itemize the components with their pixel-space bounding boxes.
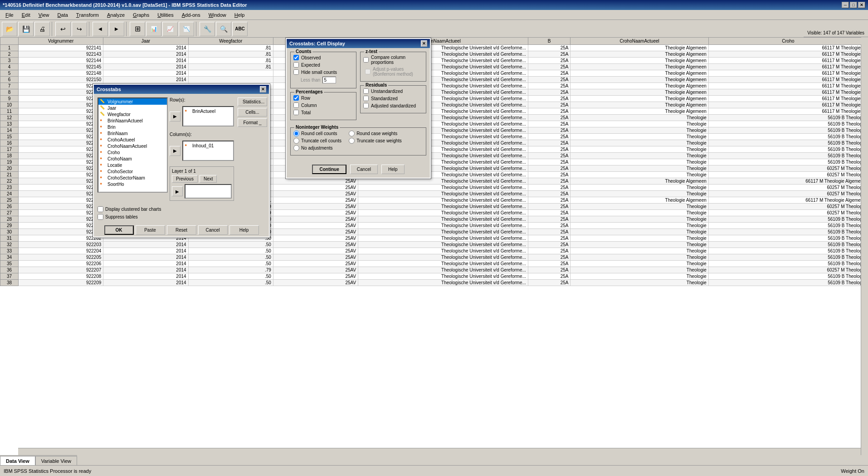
column-checkbox[interactable]	[293, 102, 299, 108]
var-label-brinnaam: BrinNaamActueel	[107, 118, 143, 123]
row-item: ● BrinActueel	[184, 108, 232, 114]
help-button-crosstabs[interactable]: Help	[229, 225, 259, 235]
round-case-radio[interactable]	[349, 131, 355, 136]
cell-display-title-bar[interactable]: Crosstabs: Cell Display ✕	[287, 39, 430, 48]
reset-button[interactable]: Reset	[167, 225, 196, 235]
crosstabs-bottom-buttons: OK Paste Reset Cancel Help	[94, 223, 269, 237]
display-options: Display clustered bar charts Suppress ta…	[94, 204, 269, 223]
col-item: ● Inhoud_01	[184, 142, 232, 149]
cancel-button-cell[interactable]: Cancel	[350, 165, 378, 174]
nominal-icon-brinnam: ●	[100, 131, 106, 136]
cell-display-title: Crosstabs: Cell Display	[289, 41, 345, 46]
truncate-case-radio[interactable]	[349, 138, 355, 144]
row-label: Row	[301, 96, 310, 101]
var-label-crohovar: Croho	[107, 150, 120, 155]
paste-button[interactable]: Paste	[136, 225, 165, 235]
var-label-brin: Brin	[107, 125, 116, 130]
compare-col-label: Compare column proportions	[371, 55, 423, 65]
crosstabs-side-buttons: Statistics... Cells... Format _	[236, 94, 269, 204]
var-item-crohonaam[interactable]: ● CrohoNaam	[98, 155, 167, 162]
rows-label: Row(s):	[170, 97, 234, 102]
statistics-button[interactable]: Statistics...	[238, 97, 267, 106]
next-button[interactable]: Next	[200, 175, 217, 183]
var-label-crohonaamactueel: CrohoNaamActueel	[107, 144, 147, 149]
layer-target-box[interactable]	[185, 184, 232, 199]
previous-button[interactable]: Previous	[172, 175, 198, 183]
unstandardized-checkbox[interactable]	[363, 88, 369, 94]
var-item-brinnaam[interactable]: ● BrinNaam	[98, 130, 167, 136]
var-item-crohosector[interactable]: ● CrohoSector	[98, 168, 167, 175]
noninteger-section: Noninteger Weights Round cell counts Tru…	[290, 127, 426, 155]
residuals-section: Residuals Unstandardized Standardized Ad…	[360, 85, 426, 113]
var-item-locatie[interactable]: ● Locatie	[98, 162, 167, 168]
var-item-volgnummer[interactable]: 📏 Volgnummer	[98, 98, 167, 105]
crosstabs-close-button[interactable]: ✕	[260, 86, 266, 92]
total-label: Total	[301, 110, 311, 115]
format-button[interactable]: Format _	[238, 118, 267, 127]
cell-display-dialog: Crosstabs: Cell Display ✕ Counts Observe…	[286, 38, 431, 179]
display-clustered-label: Display clustered bar charts	[105, 207, 161, 212]
columns-label: Column(s):	[170, 132, 234, 137]
expected-checkbox[interactable]	[293, 62, 299, 68]
percentages-section: Percentages Row Column Total	[290, 92, 356, 120]
standardized-label: Standardized	[371, 96, 398, 101]
var-item-crohosectornaam[interactable]: ● CrohoSectorNaam	[98, 175, 167, 181]
var-item-crohonaamactueel[interactable]: ● CrohoNaamActueel	[98, 143, 167, 149]
standardized-checkbox[interactable]	[363, 96, 369, 101]
var-item-crohovar[interactable]: ● Croho	[98, 149, 167, 155]
residuals-title: Residuals	[364, 83, 388, 87]
row-checkbox[interactable]	[293, 95, 299, 101]
move-to-layer-button[interactable]: ▶	[172, 186, 183, 196]
less-than-label: Less than	[301, 78, 320, 83]
compare-col-checkbox[interactable]	[363, 57, 369, 63]
layer-label: Layer 1 of 1	[172, 169, 232, 174]
adjust-pval-checkbox[interactable]	[365, 69, 371, 74]
cells-button[interactable]: Cells...	[238, 108, 267, 117]
nominal-icon-crohosectornaam: ●	[100, 175, 106, 180]
adjusted-std-checkbox[interactable]	[363, 103, 369, 108]
var-item-crohoactueel[interactable]: ● CrohoActueel	[98, 136, 167, 143]
truncate-cell-radio[interactable]	[293, 138, 299, 144]
help-button-cell[interactable]: Help	[381, 165, 405, 174]
truncate-cell-label: Truncate cell counts	[301, 138, 341, 143]
nominal-icon-crohonaam2: ●	[100, 156, 106, 161]
suppress-tables-checkbox[interactable]	[98, 214, 103, 220]
nominal-icon-crohosector: ●	[100, 169, 106, 174]
variable-list[interactable]: 📏 Volgnummer 📏 Jaar 📏 Weegfactor ● BrinN…	[98, 97, 168, 193]
nominal-icon-brinnaam: ●	[100, 118, 106, 123]
ztest-section: z-test Compare column proportions Adjust…	[360, 52, 426, 82]
cancel-button-crosstabs[interactable]: Cancel	[198, 225, 228, 235]
move-to-rows-button[interactable]: ▶	[170, 112, 180, 121]
rows-target-box[interactable]: ● BrinActueel	[182, 106, 234, 126]
continue-button[interactable]: Continue	[312, 165, 346, 174]
var-item-soortho[interactable]: ● SoortHo	[98, 181, 167, 187]
move-to-cols-button[interactable]: ▶	[170, 146, 180, 156]
nominal-icon-col-item: ●	[185, 143, 191, 148]
percentages-title: Percentages	[294, 89, 324, 94]
less-than-input[interactable]	[322, 77, 336, 83]
crosstabs-title-bar[interactable]: Crosstabs ✕	[94, 85, 269, 94]
no-adj-radio[interactable]	[293, 145, 299, 151]
noninteger-title: Noninteger Weights	[294, 125, 340, 130]
cols-target-box[interactable]: ● Inhoud_01	[182, 141, 234, 161]
var-label-locatie: Locatie	[107, 163, 122, 168]
ok-button[interactable]: OK	[104, 225, 134, 235]
cell-display-close-button[interactable]: ✕	[421, 40, 427, 47]
expected-label: Expected	[301, 63, 320, 68]
hide-small-checkbox[interactable]	[293, 69, 299, 75]
round-cell-radio[interactable]	[293, 131, 299, 136]
var-item-brin[interactable]: ● Brin	[98, 124, 167, 130]
var-label-crohoactueel: CrohoActueel	[107, 137, 135, 142]
var-item-weegfactor[interactable]: 📏 Weegfactor	[98, 111, 167, 117]
var-item-brinnaamactueel[interactable]: ● BrinNaamActueel	[98, 117, 167, 124]
unstandardized-label: Unstandardized	[371, 89, 403, 94]
var-item-jaar[interactable]: 📏 Jaar	[98, 105, 167, 111]
suppress-tables-label: Suppress tables	[105, 214, 138, 219]
hide-small-label: Hide small counts	[301, 70, 337, 75]
var-label-crohosectornaam: CrohoSectorNaam	[107, 175, 145, 180]
scale-icon-volgnummer: 📏	[100, 99, 106, 104]
observed-checkbox[interactable]	[293, 55, 299, 60]
nominal-icon-row-item: ●	[185, 108, 191, 114]
display-clustered-checkbox[interactable]	[98, 206, 103, 212]
total-checkbox[interactable]	[293, 110, 299, 115]
